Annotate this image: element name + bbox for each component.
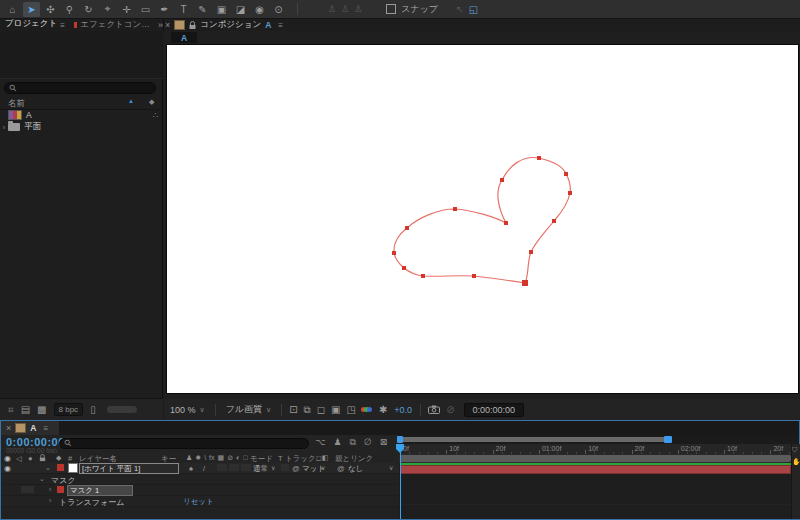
collapse-switch[interactable]: ♠ [189, 464, 193, 473]
camera-tool-icon[interactable]: ⌖ [99, 2, 116, 17]
matte-pickwhip-icon[interactable]: @ [292, 464, 300, 473]
timeline-option-icon-2[interactable]: ⧉ [349, 437, 355, 448]
viewer-timecode[interactable]: 0:00:00:00 [464, 403, 525, 417]
type-tool-icon[interactable]: T [175, 2, 192, 17]
zoom-tool-icon[interactable]: ⚲ [61, 2, 78, 17]
mask-vertex[interactable] [529, 250, 533, 254]
project-search-input[interactable]: ⚲ [4, 82, 156, 94]
mask-vertex[interactable] [402, 266, 406, 270]
interpret-footage-icon[interactable]: ⌗ [8, 404, 14, 416]
composition-canvas[interactable] [166, 44, 799, 394]
expand-chevron-icon[interactable]: › [49, 486, 51, 493]
resolution-gear-icon[interactable]: ✱ [379, 404, 387, 415]
mask-vertex[interactable] [568, 191, 572, 195]
masks-group-row[interactable]: ⌄ マスク [1, 474, 399, 485]
channel-icon[interactable] [363, 407, 372, 412]
layer-name-field[interactable]: [ホワイト 平面 1] [79, 463, 179, 474]
navigator-end-handle[interactable] [664, 436, 672, 443]
project-item-平面[interactable]: ›平面 [0, 121, 163, 133]
new-folder-icon[interactable]: ▤ [21, 404, 30, 415]
mask-vertex[interactable] [453, 207, 457, 211]
viewer-option-icon-3[interactable]: ▣ [331, 404, 340, 416]
eraser-tool-icon[interactable]: ◪ [232, 2, 249, 17]
timeline-option-icon-1[interactable]: ♟ [333, 437, 341, 448]
selection-tool-icon[interactable]: ➤ [23, 2, 40, 17]
home-icon[interactable]: ⌂ [4, 2, 21, 17]
mask-vertex[interactable] [421, 274, 425, 278]
new-composition-icon[interactable]: ▩ [37, 404, 46, 415]
expand-chevron-icon[interactable]: ⌄ [39, 475, 45, 483]
layer-row[interactable]: ◉ ⌄ 1 [ホワイト 平面 1] ♠ / 通常 ∨ @ マット ∨ @ [1, 463, 399, 474]
project-item-A[interactable]: A∴ [0, 109, 163, 121]
puppet-pin-tool-icon[interactable]: ⊙ [270, 2, 287, 17]
mask-vertex[interactable] [392, 251, 396, 255]
orbit-tool-icon[interactable]: ↻ [80, 2, 97, 17]
viewer-option-icon-4[interactable]: ◳ [347, 404, 356, 416]
viewer-option-icon-2[interactable]: ◻ [317, 404, 325, 416]
mask-shape-heart[interactable] [167, 45, 798, 393]
eye-icon[interactable]: ◉ [4, 464, 11, 473]
parent-dropdown[interactable]: なし [348, 464, 363, 474]
playhead-line[interactable] [400, 444, 401, 519]
timeline-option-icon-0[interactable]: ⌥ [315, 437, 325, 448]
layer-duration-bar[interactable] [400, 465, 791, 474]
trash-icon[interactable]: ▯ [90, 404, 96, 415]
mask1-row[interactable]: › マスク 1 [1, 485, 399, 496]
timeline-option-icon-4[interactable]: ⊠ [380, 437, 388, 448]
viewer-option-icon-0[interactable]: ⊡ [289, 404, 297, 416]
mask-color-swatch[interactable] [57, 486, 64, 493]
viewer-menu-icon[interactable]: ≡ [278, 21, 283, 30]
sort-ascending-icon[interactable]: ▲ [128, 98, 134, 104]
tab-project[interactable]: プロジェクト [5, 18, 57, 32]
snapshot-camera-icon[interactable] [428, 405, 440, 414]
comp-button-icon[interactable]: ✋ [792, 458, 800, 466]
mask-vertex[interactable] [564, 172, 568, 176]
mask-name-field[interactable]: マスク 1 [67, 485, 133, 496]
exposure-value[interactable]: +0.0 [394, 405, 412, 415]
horizontal-scrollbar[interactable] [107, 406, 137, 413]
snap-checkbox[interactable] [386, 4, 396, 14]
blend-mode-dropdown[interactable]: 通常 [253, 464, 268, 474]
time-navigator-bar[interactable] [400, 437, 671, 442]
work-area-bar[interactable] [400, 455, 791, 462]
expand-chevron-icon[interactable]: › [49, 497, 51, 504]
magnification-dropdown[interactable]: 100 % ∨ [164, 405, 211, 415]
solid-color-swatch[interactable] [68, 463, 78, 473]
mask-vertex-selected[interactable] [522, 280, 528, 286]
tab-composition[interactable]: × コンポジション A ≡ [165, 19, 286, 31]
transform-group-row[interactable]: › トランスフォーム リセット [1, 496, 399, 507]
brush-tool-icon[interactable]: ✎ [194, 2, 211, 17]
timeline-menu-icon[interactable]: ≡ [43, 424, 48, 433]
layer-label-swatch[interactable] [57, 464, 64, 471]
viewer-option-icon-1[interactable]: ⧉ [304, 404, 311, 416]
lock-icon[interactable] [189, 21, 196, 30]
label-column-icon[interactable]: ◆ [149, 98, 154, 106]
close-icon[interactable]: × [6, 423, 11, 433]
clone-stamp-tool-icon[interactable]: ▣ [213, 2, 230, 17]
expand-chevron-icon[interactable]: ⌄ [45, 464, 51, 472]
parent-pickwhip-icon[interactable]: @ [337, 464, 345, 473]
mask-vertex[interactable] [552, 219, 556, 223]
hand-tool-icon[interactable]: ✣ [42, 2, 59, 17]
close-icon[interactable]: × [165, 20, 170, 30]
timeline-option-icon-3[interactable]: ∅ [364, 437, 372, 448]
timeline-tab[interactable]: × A ≡ [1, 421, 59, 435]
quality-switch[interactable]: / [203, 464, 205, 473]
expand-chevron-icon[interactable]: › [0, 124, 8, 131]
composition-breadcrumb-tab[interactable]: A [171, 32, 197, 43]
mask-vertex[interactable] [405, 226, 409, 230]
resolution-dropdown[interactable]: フル画質 ∨ [220, 403, 278, 416]
pen-tool-icon[interactable]: ✒ [156, 2, 173, 17]
panel-menu-icon[interactable]: ≡ [60, 21, 65, 30]
mask-vertex[interactable] [500, 178, 504, 182]
timeline-search-input[interactable]: ⚲ [59, 438, 309, 449]
tab-effect-controls[interactable]: エフェクトコントロール ホワイト [80, 19, 156, 31]
pan-behind-tool-icon[interactable]: ✛ [118, 2, 135, 17]
time-navigator[interactable] [399, 435, 799, 444]
comp-marker-bin-icon[interactable]: ⛉ [792, 446, 797, 454]
navigator-start-handle[interactable] [397, 436, 403, 443]
tab-overflow-icon[interactable]: » [158, 20, 163, 30]
mask-expansion-icon[interactable]: ◱ [469, 4, 478, 15]
mask-vertex[interactable] [537, 156, 541, 160]
mask-vertex[interactable] [504, 221, 508, 225]
